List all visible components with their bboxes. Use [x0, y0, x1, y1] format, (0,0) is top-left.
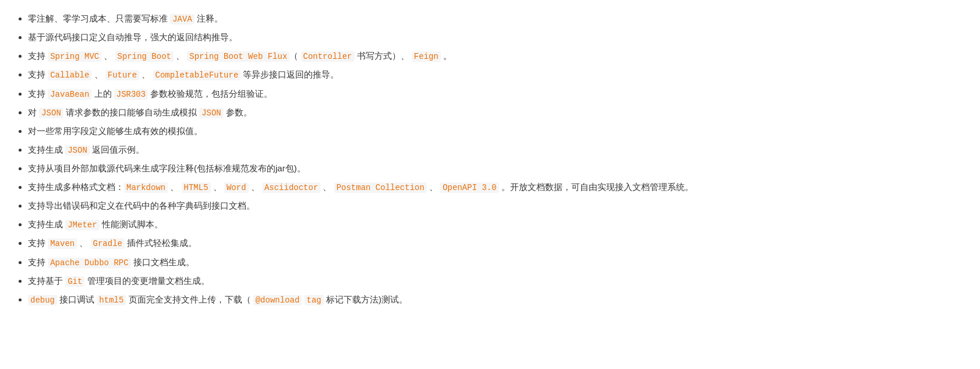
list-item: 支持从项目外部加载源代码来生成字段注释(包括标准规范发布的jar包)。: [28, 159, 966, 178]
list-item: 支持 Maven 、 Gradle 插件式轻松集成。: [28, 234, 966, 252]
code-callable: Callable: [48, 70, 91, 80]
code-download-tag: @download: [253, 295, 302, 305]
item-text: 接口调试: [57, 294, 97, 304]
item-text: 性能测试脚本。: [100, 219, 163, 229]
code-debug: debug: [28, 295, 57, 305]
item-text: 对: [28, 107, 39, 117]
item-text: （: [289, 51, 300, 61]
code-spring-mvc: Spring MVC: [48, 51, 101, 62]
code-json-return: JSON: [65, 145, 90, 156]
item-text: 、: [249, 182, 262, 192]
item-text: 。开放文档数据，可自由实现接入文档管理系统。: [499, 182, 694, 192]
code-json1: JSON: [39, 108, 63, 118]
list-item: 零注解、零学习成本、只需要写标准 JAVA 注释。: [28, 9, 966, 28]
item-text: 支持: [28, 69, 48, 79]
item-text: 支持生成多种格式文档：: [28, 182, 124, 192]
item-text: 支持生成: [28, 145, 65, 154]
item-text: 上的: [91, 89, 114, 99]
code-jsr303: JSR303: [114, 89, 148, 100]
list-item: 支持 Spring MVC 、 Spring Boot 、 Spring Boo…: [28, 47, 966, 65]
code-git: Git: [65, 276, 84, 287]
item-text: 页面完全支持文件上传，下载（: [126, 294, 253, 304]
item-text: 支持基于: [28, 276, 65, 286]
code-completablefuture: CompletableFuture: [153, 70, 241, 80]
item-text: 、: [77, 238, 90, 248]
item-text: 支持: [28, 238, 48, 248]
code-gradle: Gradle: [91, 238, 125, 249]
item-text: 支持: [28, 51, 48, 61]
code-spring-boot-webflux: Spring Boot Web Flux: [187, 51, 289, 62]
item-text: 、: [91, 69, 105, 79]
code-javabean: JavaBean: [48, 89, 91, 100]
list-item: 支持生成 JMeter 性能测试脚本。: [28, 215, 966, 234]
item-text: 零注解、零学习成本、只需要写标准: [28, 13, 170, 23]
code-json2: JSON: [199, 108, 224, 118]
code-markdown: Markdown: [124, 182, 168, 193]
item-text: 、: [174, 51, 187, 61]
code-postman-collection: Postman Collection: [334, 182, 427, 193]
item-text: 书写方式）、: [355, 51, 412, 61]
item-text: 注释。: [194, 13, 223, 23]
code-spring-boot: Spring Boot: [115, 51, 174, 62]
item-text: 插件式轻松集成。: [125, 238, 197, 248]
code-jmeter: JMeter: [65, 220, 99, 230]
code-future: Future: [105, 70, 139, 80]
code-html5: HTML5: [182, 182, 211, 193]
list-item: 支持生成多种格式文档：Markdown 、 HTML5 、 Word 、 Asc…: [28, 178, 966, 196]
list-item: 支持导出错误码和定义在代码中的各种字典码到接口文档。: [28, 196, 966, 215]
list-item: 支持生成 JSON 返回值示例。: [28, 140, 966, 159]
code-openapi: OpenAPI 3.0: [440, 182, 498, 193]
code-word: Word: [224, 182, 249, 193]
item-text: 。: [441, 51, 452, 61]
list-item: 对一些常用字段定义能够生成有效的模拟值。: [28, 122, 966, 140]
code-html5-debug: html5: [97, 295, 126, 305]
item-text: 支持从项目外部加载源代码来生成字段注释(包括标准规范发布的jar包)。: [28, 163, 306, 173]
code-maven: Maven: [48, 238, 77, 249]
item-text: 、: [101, 51, 115, 61]
item-text: 支持生成: [28, 219, 65, 229]
item-text: 基于源代码接口定义自动推导，强大的返回结构推导。: [28, 32, 238, 42]
list-item: 支持 Apache Dubbo RPC 接口文档生成。: [28, 253, 966, 272]
item-text: 管理项目的变更增量文档生成。: [84, 276, 209, 286]
item-text: 支持: [28, 89, 48, 99]
item-text: 、: [211, 182, 224, 192]
list-item: debug 接口调试 html5 页面完全支持文件上传，下载（ @downloa…: [28, 290, 966, 309]
item-text: 对一些常用字段定义能够生成有效的模拟值。: [28, 126, 203, 136]
item-text: 、: [320, 182, 334, 192]
item-text: 、: [168, 182, 181, 192]
item-text: 支持: [28, 257, 48, 267]
code-asciidoctor: Asciidoctor: [262, 182, 320, 193]
item-text: [302, 294, 304, 304]
code-java: JAVA: [170, 14, 194, 24]
item-text: 标记下载方法)测试。: [324, 294, 408, 304]
item-text: 、: [427, 182, 440, 192]
item-text: 参数校验规范，包括分组验证。: [148, 89, 273, 99]
item-text: 接口文档生成。: [131, 257, 194, 267]
feature-list: 零注解、零学习成本、只需要写标准 JAVA 注释。 基于源代码接口定义自动推导，…: [14, 9, 966, 310]
item-text: 支持导出错误码和定义在代码中的各种字典码到接口文档。: [28, 201, 255, 210]
list-item: 对 JSON 请求参数的接口能够自动生成模拟 JSON 参数。: [28, 103, 966, 122]
item-text: 、: [139, 69, 153, 79]
code-apache-dubbo: Apache Dubbo RPC: [48, 258, 130, 268]
list-item: 支持基于 Git 管理项目的变更增量文档生成。: [28, 272, 966, 290]
code-feign: Feign: [412, 51, 441, 62]
item-text: 等异步接口返回的推导。: [240, 69, 339, 79]
item-text: 返回值示例。: [90, 145, 144, 154]
code-controller: Controller: [301, 51, 355, 62]
item-text: 请求参数的接口能够自动生成模拟: [63, 107, 199, 117]
list-item: 支持 Callable 、 Future 、 CompletableFuture…: [28, 65, 966, 84]
list-item: 支持 JavaBean 上的 JSR303 参数校验规范，包括分组验证。: [28, 85, 966, 103]
code-tag: tag: [305, 295, 324, 305]
item-text: 参数。: [224, 107, 252, 117]
list-item: 基于源代码接口定义自动推导，强大的返回结构推导。: [28, 28, 966, 47]
